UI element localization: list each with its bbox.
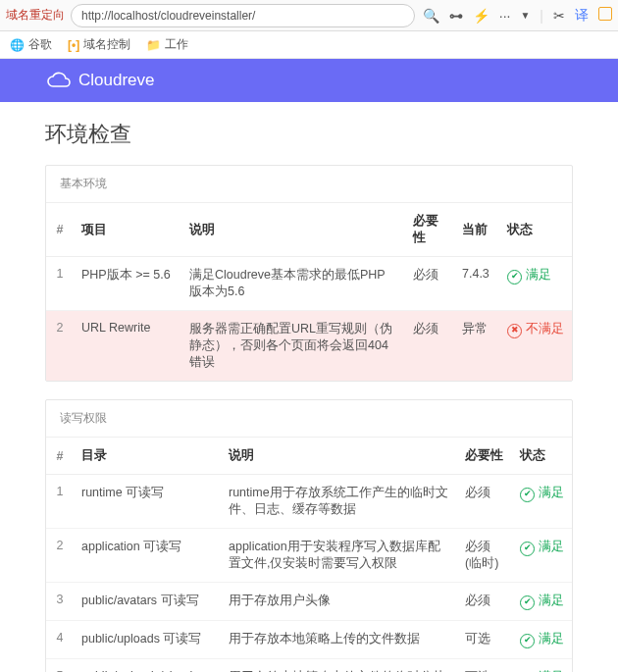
translate-icon[interactable]: 译 bbox=[575, 7, 589, 25]
status-ok-icon: 满足 bbox=[520, 540, 564, 553]
browser-titlebar: 域名重定向 http://localhost/cloudreveinstalle… bbox=[0, 0, 618, 31]
cell-desc: 用于存放用户头像 bbox=[221, 583, 457, 621]
status-ok-icon: 满足 bbox=[520, 632, 564, 646]
col-stat: 状态 bbox=[512, 438, 572, 475]
bookmark-work[interactable]: 📁工作 bbox=[146, 36, 188, 53]
cell-desc: 用于存放本地策略上传的文件数据 bbox=[221, 621, 457, 659]
cell-desc: runtime用于存放系统工作产生的临时文件、日志、缓存等数据 bbox=[221, 475, 457, 529]
url-text: http://localhost/cloudreveinstaller/ bbox=[81, 9, 255, 23]
scissors-icon[interactable]: ✂ bbox=[553, 8, 565, 24]
folder-icon: 📁 bbox=[146, 38, 161, 52]
cell-desc: 满足Cloudreve基本需求的最低PHP版本为5.6 bbox=[181, 257, 405, 311]
cloud-icon bbox=[45, 71, 73, 90]
table-row: 4public/uploads 可读写用于存放本地策略上传的文件数据可选满足 bbox=[46, 621, 572, 659]
col-cur: 当前 bbox=[454, 203, 499, 257]
cell-need: 必须 bbox=[457, 475, 512, 529]
cell-stat: 满足 bbox=[499, 257, 572, 311]
cell-item: application 可读写 bbox=[74, 529, 221, 583]
status-ok-icon: 满足 bbox=[507, 268, 551, 282]
cell-item: public/uploads 可读写 bbox=[74, 621, 221, 659]
cell-desc: application用于安装程序写入数据库配置文件,仅安装时需要写入权限 bbox=[221, 529, 457, 583]
bookmark-domain[interactable]: [•]域名控制 bbox=[68, 36, 130, 53]
col-item: 项目 bbox=[74, 203, 181, 257]
cell-num: 4 bbox=[46, 621, 74, 659]
cell-cur: 异常 bbox=[454, 311, 499, 382]
env-table: # 项目 说明 必要性 当前 状态 1PHP版本 >= 5.6满足Cloudre… bbox=[46, 203, 572, 381]
cell-num: 1 bbox=[46, 475, 74, 529]
bracket-icon: [•] bbox=[68, 38, 79, 52]
flash-icon[interactable]: ⚡ bbox=[473, 8, 489, 24]
col-num: # bbox=[46, 203, 74, 257]
cell-need: 必须(临时) bbox=[457, 529, 512, 583]
cell-item: runtime 可读写 bbox=[74, 475, 221, 529]
card-header: 基本环境 bbox=[46, 166, 572, 203]
col-need: 必要性 bbox=[457, 438, 512, 475]
col-desc: 说明 bbox=[181, 203, 405, 257]
status-bad-icon: 不满足 bbox=[507, 322, 564, 336]
card-perm: 读写权限 # 目录 说明 必要性 状态 1runtime 可读写runtime用… bbox=[45, 399, 573, 672]
cell-num: 3 bbox=[46, 583, 74, 621]
table-row: 5public/uploads/chunks 可读写用于存放本地策略上传文件的临… bbox=[46, 659, 572, 673]
cell-item: public/uploads/chunks 可读写 bbox=[74, 659, 221, 673]
cell-need: 必须 bbox=[457, 583, 512, 621]
cell-stat: 满足 bbox=[512, 659, 572, 673]
cell-stat: 满足 bbox=[512, 583, 572, 621]
bookmark-label: 工作 bbox=[165, 36, 188, 53]
cell-num: 2 bbox=[46, 529, 74, 583]
cell-num: 1 bbox=[46, 257, 74, 311]
cell-cur: 7.4.3 bbox=[454, 257, 499, 311]
cell-need: 可选 bbox=[457, 659, 512, 673]
cell-desc: 服务器需正确配置URL重写规则（伪静态），否则各个页面将会返回404错误 bbox=[181, 311, 405, 382]
search-icon[interactable]: 🔍 bbox=[423, 8, 439, 24]
page-title: 环境检查 bbox=[45, 120, 573, 149]
card-basic-env: 基本环境 # 项目 说明 必要性 当前 状态 1PHP版本 >= 5.6满足Cl… bbox=[45, 165, 573, 382]
bookmark-label: 谷歌 bbox=[28, 36, 52, 53]
table-row: 2application 可读写application用于安装程序写入数据库配置… bbox=[46, 529, 572, 583]
status-ok-icon: 满足 bbox=[520, 486, 564, 499]
globe-icon: 🌐 bbox=[10, 38, 25, 52]
card-header: 读写权限 bbox=[46, 400, 572, 438]
brand-bar: Cloudreve bbox=[0, 59, 618, 102]
table-row: 1PHP版本 >= 5.6满足Cloudreve基本需求的最低PHP版本为5.6… bbox=[46, 257, 572, 311]
table-row: 1runtime 可读写runtime用于存放系统工作产生的临时文件、日志、缓存… bbox=[46, 475, 572, 529]
cell-num: 2 bbox=[46, 311, 74, 382]
cell-stat: 满足 bbox=[512, 621, 572, 659]
cell-stat: 满足 bbox=[512, 475, 572, 529]
perm-table: # 目录 说明 必要性 状态 1runtime 可读写runtime用于存放系统… bbox=[46, 438, 572, 672]
col-stat: 状态 bbox=[499, 203, 572, 257]
bookmark-label: 域名控制 bbox=[83, 36, 130, 53]
cell-stat: 不满足 bbox=[499, 311, 572, 382]
col-desc: 说明 bbox=[221, 438, 457, 475]
page-content: Cloudreve 环境检查 基本环境 # 项目 说明 必要性 当前 状态 1P… bbox=[0, 59, 618, 672]
col-item: 目录 bbox=[74, 438, 221, 475]
expand-icon[interactable]: ▼ bbox=[520, 10, 530, 21]
status-ok-icon: 满足 bbox=[520, 594, 564, 607]
col-need: 必要性 bbox=[405, 203, 454, 257]
more-icon[interactable]: ··· bbox=[499, 8, 511, 24]
table-row: 2URL Rewrite服务器需正确配置URL重写规则（伪静态），否则各个页面将… bbox=[46, 311, 572, 382]
cell-need: 必须 bbox=[405, 311, 454, 382]
bookmarks-bar: 🌐谷歌 [•]域名控制 📁工作 bbox=[0, 31, 618, 59]
cell-item: PHP版本 >= 5.6 bbox=[74, 257, 181, 311]
cell-item: public/avatars 可读写 bbox=[74, 583, 221, 621]
cell-need: 可选 bbox=[457, 621, 512, 659]
url-bar[interactable]: http://localhost/cloudreveinstaller/ bbox=[71, 4, 415, 27]
table-row: 3public/avatars 可读写用于存放用户头像必须满足 bbox=[46, 583, 572, 621]
cell-num: 5 bbox=[46, 659, 74, 673]
brand-text: Cloudreve bbox=[78, 71, 155, 90]
cell-desc: 用于存放本地策略上传文件的临时分片数据 bbox=[221, 659, 457, 673]
tab-label: 域名重定向 bbox=[6, 7, 65, 24]
bookmark-google[interactable]: 🌐谷歌 bbox=[10, 36, 52, 53]
cell-need: 必须 bbox=[405, 257, 454, 311]
key-icon[interactable]: ⊶ bbox=[449, 8, 463, 24]
cell-stat: 满足 bbox=[512, 529, 572, 583]
toolbar-icons: 🔍 ⊶ ⚡ ··· ▼ | ✂ 译 bbox=[423, 7, 612, 25]
col-num: # bbox=[46, 438, 74, 475]
shield-icon[interactable] bbox=[598, 7, 612, 24]
cell-item: URL Rewrite bbox=[74, 311, 181, 382]
